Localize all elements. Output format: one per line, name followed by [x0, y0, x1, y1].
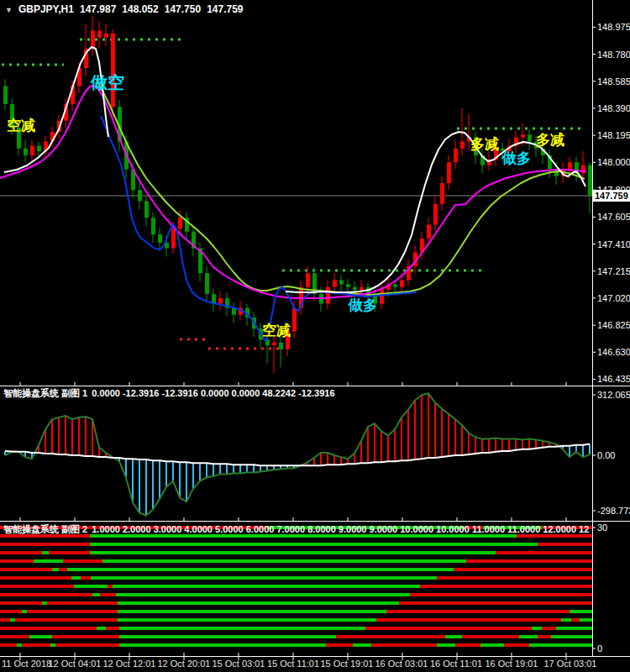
indicator2-trend-segment: [455, 643, 480, 647]
candle-body: [104, 34, 108, 38]
price-axis-label: 147.605: [597, 212, 630, 222]
price-axis-label: 148.000: [597, 157, 630, 167]
indicator2-trend-segment: [113, 585, 420, 588]
indicator2-trend-segment: [445, 635, 462, 638]
indicator2-trend-segment: [27, 610, 118, 613]
indicator2-trend-segment: [420, 585, 592, 588]
price-axis-label: 147.410: [597, 239, 630, 249]
indicator2-trend-segment: [480, 643, 504, 647]
indicator2-header: 智能操盘系统 副图 21.0000 2.0000 3.0000 4.0000 5…: [3, 523, 590, 536]
indicator2-trend-segment: [0, 576, 71, 580]
symbol-dropdown-icon[interactable]: ▼: [5, 6, 13, 14]
candle-body: [393, 284, 397, 286]
ohlc-low: 147.750: [165, 3, 201, 15]
time-axis-label: 15 Oct 03:01: [213, 659, 265, 669]
candle-body: [272, 343, 276, 345]
candle-body: [151, 218, 155, 234]
time-axis-label: 16 Oct 03:01: [375, 659, 428, 669]
indicator2-trend-segment: [63, 559, 102, 563]
indicator2-trend-segment: [570, 610, 592, 613]
price-axis-label: 147.215: [597, 266, 630, 276]
indicator2-trend-segment: [91, 576, 437, 580]
indicator2-trend-segment: [326, 643, 353, 647]
candle-body: [306, 273, 310, 287]
indicator2-trend-segment: [42, 551, 49, 554]
indicator2-trend-segment: [353, 643, 371, 647]
indicator1-axis-zero: 0.00: [597, 450, 615, 460]
indicator2-trend-segment: [519, 635, 538, 638]
price-axis-label: 148.195: [597, 130, 630, 140]
candle-body: [427, 224, 431, 239]
indicator2-trend-segment: [386, 610, 570, 613]
indicator2-trend-segment: [67, 568, 454, 571]
price-axis-label: 148.975: [597, 22, 630, 32]
candle-body: [339, 280, 344, 284]
indicator2-trend-segment: [0, 627, 97, 630]
indicator2-trend-segment: [561, 618, 571, 622]
indicator2-trend-segment: [22, 610, 27, 613]
candle-body: [454, 149, 458, 163]
indicator2-trend-segment: [47, 601, 118, 605]
price-axis-label: 146.435: [597, 374, 630, 384]
time-axis-label: 12 Oct 04:01: [49, 659, 102, 669]
ohlc-open: 147.987: [80, 3, 116, 15]
indicator2-trend-segment: [50, 643, 55, 647]
indicator2-trend-segment: [0, 585, 74, 588]
indicator2-trend-segment: [0, 593, 92, 596]
candle-body: [144, 201, 149, 218]
chart-canvas[interactable]: [0, 0, 630, 672]
indicator2-trend-segment: [571, 618, 580, 622]
indicator2-trend-segment: [437, 576, 592, 580]
indicator2-trend-segment: [29, 635, 52, 638]
indicator1-axis-min: -298.7739: [597, 506, 630, 516]
indicator2-trend-segment: [0, 618, 10, 622]
indicator2-trend-segment: [538, 543, 592, 546]
time-axis-label: 17 Oct 03:01: [544, 659, 597, 669]
indicator2-trend-segment: [0, 543, 90, 546]
time-axis-label: 16 Oct 19:01: [486, 659, 538, 669]
indicator2-trend-segment: [410, 593, 592, 596]
candle-body: [440, 183, 444, 204]
indicator2-trend-segment: [580, 618, 592, 622]
indicator2-trend-segment: [532, 627, 542, 630]
ma-line-magenta: [0, 86, 586, 298]
indicator2-trend-segment: [15, 618, 118, 622]
indicator2-trend-segment: [100, 593, 116, 596]
indicator2-trend-segment: [365, 627, 532, 630]
indicator2-trend-segment: [118, 618, 376, 622]
indicator2-trend-segment: [81, 576, 91, 580]
candle-body: [360, 287, 364, 290]
indicator2-trend-segment: [0, 610, 22, 613]
indicator1-title: 智能操盘系统 副图 1: [3, 388, 87, 398]
candle-body: [380, 290, 384, 304]
candle-body: [333, 280, 337, 286]
indicator2-trend-segment: [0, 635, 29, 638]
candle-body: [111, 34, 115, 107]
candle-body: [158, 234, 162, 243]
current-price-box: 147.759: [593, 190, 630, 202]
time-axis-label: 15 Oct 11:01: [267, 659, 319, 669]
indicator2-trend-segment: [336, 635, 445, 638]
indicator2-trend-segment: [52, 568, 59, 571]
trade-signal-label: 空减: [7, 118, 35, 133]
indicator2-axis-max: 30: [597, 522, 607, 533]
indicator2-trend-segment: [462, 635, 519, 638]
indicator2-trend-segment: [49, 551, 90, 554]
indicator2-trend-segment: [74, 585, 108, 588]
indicator1-axis-max: 312.0653: [597, 390, 630, 400]
indicator2-trend-segment: [437, 643, 455, 647]
indicator2-trend-segment: [466, 559, 592, 563]
indicator2-trend-segment: [90, 543, 538, 546]
time-axis-label: 11 Oct 2018: [2, 659, 51, 669]
indicator2-trend-segment: [496, 551, 592, 554]
candle-body: [346, 284, 350, 286]
trade-signal-label: 做多: [502, 151, 531, 165]
indicator2-trend-segment: [119, 635, 336, 638]
candle-body: [447, 162, 451, 183]
candle-body: [400, 280, 404, 286]
candle-body: [353, 287, 357, 290]
price-axis-label: 147.020: [597, 293, 630, 303]
candle-body: [171, 228, 176, 248]
indicator2-trend-segment: [556, 627, 592, 630]
indicator2-values: 1.0000 2.0000 3.0000 4.0000 5.0000 6.000…: [92, 524, 590, 534]
